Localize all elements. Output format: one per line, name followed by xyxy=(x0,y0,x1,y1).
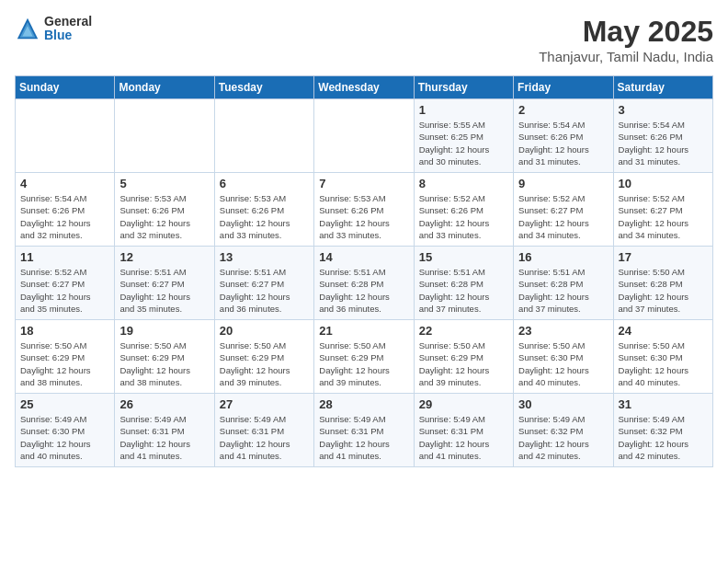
day-number: 25 xyxy=(20,397,109,411)
calendar-cell: 1Sunrise: 5:55 AM Sunset: 6:25 PM Daylig… xyxy=(414,99,513,173)
logo-general: General xyxy=(44,15,92,29)
day-number: 3 xyxy=(619,103,708,117)
day-number: 18 xyxy=(20,324,109,338)
day-info: Sunrise: 5:50 AM Sunset: 6:30 PM Dayligh… xyxy=(619,339,708,388)
day-info: Sunrise: 5:49 AM Sunset: 6:31 PM Dayligh… xyxy=(220,413,309,462)
day-info: Sunrise: 5:49 AM Sunset: 6:31 PM Dayligh… xyxy=(119,413,209,462)
day-info: Sunrise: 5:50 AM Sunset: 6:29 PM Dayligh… xyxy=(220,339,309,388)
day-number: 10 xyxy=(619,177,708,190)
day-number: 11 xyxy=(20,250,109,264)
calendar-cell: 10Sunrise: 5:52 AM Sunset: 6:27 PM Dayli… xyxy=(613,173,712,247)
day-number: 7 xyxy=(319,177,408,190)
day-info: Sunrise: 5:49 AM Sunset: 6:30 PM Dayligh… xyxy=(20,413,109,462)
day-info: Sunrise: 5:50 AM Sunset: 6:30 PM Dayligh… xyxy=(518,339,608,388)
header-thursday: Thursday xyxy=(414,76,513,99)
calendar-cell: 21Sunrise: 5:50 AM Sunset: 6:29 PM Dayli… xyxy=(314,320,414,394)
calendar-cell: 27Sunrise: 5:49 AM Sunset: 6:31 PM Dayli… xyxy=(214,394,313,467)
calendar-cell: 16Sunrise: 5:51 AM Sunset: 6:28 PM Dayli… xyxy=(514,247,613,320)
day-number: 12 xyxy=(119,250,209,264)
day-number: 30 xyxy=(518,397,608,411)
header-friday: Friday xyxy=(514,76,613,99)
calendar-cell: 8Sunrise: 5:52 AM Sunset: 6:26 PM Daylig… xyxy=(414,173,513,247)
logo: General Blue xyxy=(15,15,92,43)
day-number: 22 xyxy=(419,324,508,338)
day-info: Sunrise: 5:52 AM Sunset: 6:26 PM Dayligh… xyxy=(419,192,508,241)
day-number: 17 xyxy=(619,250,708,264)
day-number: 6 xyxy=(220,177,309,190)
day-number: 31 xyxy=(619,397,708,411)
header-row: Sunday Monday Tuesday Wednesday Thursday… xyxy=(16,76,713,99)
calendar-cell: 25Sunrise: 5:49 AM Sunset: 6:30 PM Dayli… xyxy=(16,394,115,467)
day-number: 21 xyxy=(319,324,408,338)
calendar-cell: 9Sunrise: 5:52 AM Sunset: 6:27 PM Daylig… xyxy=(514,173,613,247)
day-info: Sunrise: 5:53 AM Sunset: 6:26 PM Dayligh… xyxy=(319,192,408,241)
calendar-cell: 18Sunrise: 5:50 AM Sunset: 6:29 PM Dayli… xyxy=(16,320,115,394)
day-info: Sunrise: 5:50 AM Sunset: 6:29 PM Dayligh… xyxy=(419,339,508,388)
day-info: Sunrise: 5:49 AM Sunset: 6:31 PM Dayligh… xyxy=(419,413,508,462)
day-number: 4 xyxy=(20,177,109,190)
calendar-cell xyxy=(16,99,115,173)
calendar-cell xyxy=(314,99,414,173)
day-info: Sunrise: 5:52 AM Sunset: 6:27 PM Dayligh… xyxy=(518,192,608,241)
day-info: Sunrise: 5:51 AM Sunset: 6:27 PM Dayligh… xyxy=(220,266,309,315)
day-number: 20 xyxy=(220,324,309,338)
day-info: Sunrise: 5:55 AM Sunset: 6:25 PM Dayligh… xyxy=(419,119,508,167)
calendar-header: Sunday Monday Tuesday Wednesday Thursday… xyxy=(16,76,713,99)
day-number: 29 xyxy=(419,397,508,411)
day-info: Sunrise: 5:49 AM Sunset: 6:31 PM Dayligh… xyxy=(319,413,408,462)
day-info: Sunrise: 5:51 AM Sunset: 6:28 PM Dayligh… xyxy=(319,266,408,315)
day-info: Sunrise: 5:52 AM Sunset: 6:27 PM Dayligh… xyxy=(20,266,109,315)
day-info: Sunrise: 5:49 AM Sunset: 6:32 PM Dayligh… xyxy=(518,413,608,462)
logo-icon xyxy=(15,16,40,41)
header-monday: Monday xyxy=(115,76,214,99)
day-info: Sunrise: 5:49 AM Sunset: 6:32 PM Dayligh… xyxy=(619,413,708,462)
calendar-cell xyxy=(115,99,214,173)
day-info: Sunrise: 5:54 AM Sunset: 6:26 PM Dayligh… xyxy=(619,119,708,167)
day-number: 8 xyxy=(419,177,508,190)
calendar-cell: 29Sunrise: 5:49 AM Sunset: 6:31 PM Dayli… xyxy=(414,394,513,467)
day-info: Sunrise: 5:53 AM Sunset: 6:26 PM Dayligh… xyxy=(220,192,309,241)
calendar-cell: 7Sunrise: 5:53 AM Sunset: 6:26 PM Daylig… xyxy=(314,173,414,247)
calendar-cell: 30Sunrise: 5:49 AM Sunset: 6:32 PM Dayli… xyxy=(514,394,613,467)
calendar-cell: 20Sunrise: 5:50 AM Sunset: 6:29 PM Dayli… xyxy=(214,320,313,394)
calendar-cell: 3Sunrise: 5:54 AM Sunset: 6:26 PM Daylig… xyxy=(613,99,712,173)
day-info: Sunrise: 5:50 AM Sunset: 6:29 PM Dayligh… xyxy=(119,339,209,388)
calendar-week-4: 18Sunrise: 5:50 AM Sunset: 6:29 PM Dayli… xyxy=(16,320,713,394)
header-tuesday: Tuesday xyxy=(214,76,313,99)
day-info: Sunrise: 5:54 AM Sunset: 6:26 PM Dayligh… xyxy=(20,192,109,241)
page-header: General Blue May 2025 Thanjavur, Tamil N… xyxy=(15,15,713,64)
day-info: Sunrise: 5:52 AM Sunset: 6:27 PM Dayligh… xyxy=(619,192,708,241)
day-number: 15 xyxy=(419,250,508,264)
day-number: 1 xyxy=(419,103,508,117)
title-location: Thanjavur, Tamil Nadu, India xyxy=(539,49,713,64)
header-saturday: Saturday xyxy=(613,76,712,99)
day-number: 2 xyxy=(518,103,608,117)
day-number: 28 xyxy=(319,397,408,411)
calendar-cell: 26Sunrise: 5:49 AM Sunset: 6:31 PM Dayli… xyxy=(115,394,214,467)
day-number: 19 xyxy=(119,324,209,338)
calendar-body: 1Sunrise: 5:55 AM Sunset: 6:25 PM Daylig… xyxy=(16,99,713,467)
calendar-week-3: 11Sunrise: 5:52 AM Sunset: 6:27 PM Dayli… xyxy=(16,247,713,320)
calendar-week-2: 4Sunrise: 5:54 AM Sunset: 6:26 PM Daylig… xyxy=(16,173,713,247)
logo-blue: Blue xyxy=(44,29,92,42)
calendar-cell: 31Sunrise: 5:49 AM Sunset: 6:32 PM Dayli… xyxy=(613,394,712,467)
calendar-cell: 14Sunrise: 5:51 AM Sunset: 6:28 PM Dayli… xyxy=(314,247,414,320)
day-number: 13 xyxy=(220,250,309,264)
day-info: Sunrise: 5:51 AM Sunset: 6:28 PM Dayligh… xyxy=(419,266,508,315)
calendar-table: Sunday Monday Tuesday Wednesday Thursday… xyxy=(15,75,713,467)
calendar-cell: 17Sunrise: 5:50 AM Sunset: 6:28 PM Dayli… xyxy=(613,247,712,320)
day-number: 24 xyxy=(619,324,708,338)
calendar-cell xyxy=(214,99,313,173)
day-number: 9 xyxy=(518,177,608,190)
day-number: 5 xyxy=(119,177,209,190)
calendar-week-1: 1Sunrise: 5:55 AM Sunset: 6:25 PM Daylig… xyxy=(16,99,713,173)
calendar-cell: 6Sunrise: 5:53 AM Sunset: 6:26 PM Daylig… xyxy=(214,173,313,247)
day-number: 14 xyxy=(319,250,408,264)
day-info: Sunrise: 5:50 AM Sunset: 6:29 PM Dayligh… xyxy=(20,339,109,388)
calendar-cell: 2Sunrise: 5:54 AM Sunset: 6:26 PM Daylig… xyxy=(514,99,613,173)
calendar-cell: 15Sunrise: 5:51 AM Sunset: 6:28 PM Dayli… xyxy=(414,247,513,320)
day-info: Sunrise: 5:54 AM Sunset: 6:26 PM Dayligh… xyxy=(518,119,608,167)
day-number: 26 xyxy=(119,397,209,411)
calendar-cell: 5Sunrise: 5:53 AM Sunset: 6:26 PM Daylig… xyxy=(115,173,214,247)
calendar-cell: 13Sunrise: 5:51 AM Sunset: 6:27 PM Dayli… xyxy=(214,247,313,320)
